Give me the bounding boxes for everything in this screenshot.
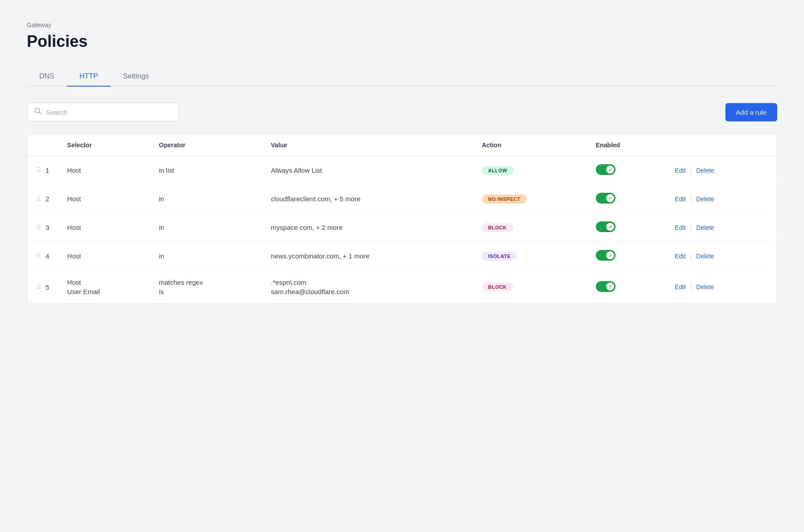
breadcrumb: Gateway bbox=[27, 21, 777, 29]
action-divider: | bbox=[690, 253, 692, 260]
toggle-thumb: ✓ bbox=[606, 251, 614, 259]
action-divider: | bbox=[690, 195, 692, 203]
delete-button[interactable]: Delete bbox=[694, 165, 717, 176]
row-value: Always Allow List bbox=[262, 156, 473, 185]
row-handle: ⠿ 3 bbox=[27, 213, 58, 242]
row-number: 2 bbox=[46, 195, 49, 203]
row-handle: ⠿ 5 bbox=[27, 270, 58, 304]
row-value: cloudflareclient.com, + 5 more bbox=[262, 185, 473, 213]
col-selector: Selector bbox=[58, 134, 150, 156]
row-number: 3 bbox=[46, 224, 49, 231]
delete-button[interactable]: Delete bbox=[694, 282, 717, 292]
edit-button[interactable]: Edit bbox=[672, 165, 688, 176]
action-badge: ISOLATE bbox=[482, 252, 517, 261]
toggle-switch[interactable]: ✓ bbox=[596, 281, 616, 292]
table-row: ⠿ 2 Host in cloudflareclient.com, + 5 mo… bbox=[27, 185, 777, 213]
toolbar: Add a rule bbox=[27, 103, 777, 121]
row-actions: Edit | Delete bbox=[663, 213, 777, 242]
col-operator: Operator bbox=[150, 134, 262, 156]
row-value: .*espn\.com sam.rhea@cloudflare.com bbox=[262, 270, 473, 304]
col-value: Value bbox=[262, 134, 473, 156]
row-enabled: ✓ bbox=[587, 242, 663, 270]
row-actions: Edit | Delete bbox=[663, 270, 777, 304]
toggle-check-icon: ✓ bbox=[608, 284, 612, 289]
search-wrapper bbox=[27, 103, 179, 121]
row-number: 4 bbox=[46, 252, 49, 260]
drag-icon: ⠿ bbox=[36, 195, 41, 203]
edit-button[interactable]: Edit bbox=[672, 194, 688, 204]
action-divider: | bbox=[690, 224, 692, 231]
toggle-switch[interactable]: ✓ bbox=[596, 193, 616, 204]
delete-button[interactable]: Delete bbox=[694, 251, 717, 262]
edit-button[interactable]: Edit bbox=[672, 222, 688, 233]
row-selector: Host bbox=[58, 156, 150, 185]
value-2: sam.rhea@cloudflare.com bbox=[271, 288, 464, 295]
add-rule-button[interactable]: Add a rule bbox=[725, 103, 777, 121]
row-selector: Host User Email bbox=[58, 270, 150, 304]
page-container: Gateway Policies DNS HTTP Settings Add a… bbox=[0, 0, 804, 325]
col-enabled: Enabled bbox=[587, 134, 663, 156]
operator-value-2: is bbox=[159, 288, 253, 295]
page-title: Policies bbox=[27, 32, 777, 51]
col-actions bbox=[663, 134, 777, 156]
row-operator: in bbox=[150, 185, 262, 213]
drag-icon: ⠿ bbox=[36, 166, 41, 175]
edit-button[interactable]: Edit bbox=[672, 282, 688, 292]
toggle-thumb: ✓ bbox=[606, 283, 614, 291]
row-selector: Host bbox=[58, 213, 150, 242]
drag-icon: ⠿ bbox=[36, 224, 41, 232]
search-input[interactable] bbox=[46, 108, 171, 116]
svg-line-1 bbox=[39, 112, 41, 114]
toggle-thumb: ✓ bbox=[606, 194, 614, 202]
toggle-check-icon: ✓ bbox=[608, 224, 612, 229]
action-badge: BLOCK bbox=[482, 283, 513, 291]
operator-value-1: matches regex bbox=[159, 278, 253, 286]
delete-button[interactable]: Delete bbox=[694, 194, 717, 204]
row-enabled: ✓ bbox=[587, 213, 663, 242]
toggle-switch[interactable]: ✓ bbox=[596, 164, 616, 175]
col-handle bbox=[27, 134, 58, 156]
toggle-check-icon: ✓ bbox=[608, 167, 612, 172]
toggle-thumb: ✓ bbox=[606, 223, 614, 231]
row-selector: Host bbox=[58, 185, 150, 213]
row-selector: Host bbox=[58, 242, 150, 270]
row-operator: in list bbox=[150, 156, 262, 185]
row-operator: in bbox=[150, 242, 262, 270]
row-enabled: ✓ bbox=[587, 185, 663, 213]
row-action: ISOLATE bbox=[473, 242, 587, 270]
table-row: ⠿ 5 Host User Email matches regex bbox=[27, 270, 777, 304]
row-operator: matches regex is bbox=[150, 270, 262, 304]
search-icon bbox=[34, 108, 42, 116]
tab-settings[interactable]: Settings bbox=[111, 67, 162, 87]
row-number: 1 bbox=[46, 166, 49, 174]
tab-http[interactable]: HTTP bbox=[67, 67, 111, 87]
toggle-check-icon: ✓ bbox=[608, 196, 612, 201]
action-badge: BLOCK bbox=[482, 223, 513, 232]
drag-icon: ⠿ bbox=[36, 283, 41, 291]
selector-value-2: User Email bbox=[67, 288, 141, 295]
selector-value-1: Host bbox=[67, 278, 141, 286]
toggle-check-icon: ✓ bbox=[608, 253, 612, 258]
row-handle: ⠿ 1 bbox=[27, 156, 58, 185]
drag-icon: ⠿ bbox=[36, 252, 41, 260]
rules-table-container: Selector Operator Value Action Enabled ⠿… bbox=[27, 134, 777, 304]
delete-button[interactable]: Delete bbox=[694, 222, 717, 233]
row-handle: ⠿ 4 bbox=[27, 242, 58, 270]
action-divider: | bbox=[690, 283, 692, 291]
row-value: myspace.com, + 2 more bbox=[262, 213, 473, 242]
action-badge: NO INSPECT bbox=[482, 195, 527, 204]
value-1: .*espn\.com bbox=[271, 278, 464, 286]
toggle-switch[interactable]: ✓ bbox=[596, 221, 616, 232]
row-action: BLOCK bbox=[473, 213, 587, 242]
tabs-container: DNS HTTP Settings bbox=[27, 67, 777, 87]
toggle-switch[interactable]: ✓ bbox=[596, 250, 616, 261]
row-actions: Edit | Delete bbox=[663, 242, 777, 270]
edit-button[interactable]: Edit bbox=[672, 251, 688, 262]
action-badge: ALLOW bbox=[482, 166, 514, 175]
row-handle: ⠿ 2 bbox=[27, 185, 58, 213]
table-row: ⠿ 4 Host in news.ycombinator.com, + 1 mo… bbox=[27, 242, 777, 270]
toggle-thumb: ✓ bbox=[606, 166, 614, 174]
tab-dns[interactable]: DNS bbox=[27, 67, 67, 87]
row-value: news.ycombinator.com, + 1 more bbox=[262, 242, 473, 270]
row-action: ALLOW bbox=[473, 156, 587, 185]
